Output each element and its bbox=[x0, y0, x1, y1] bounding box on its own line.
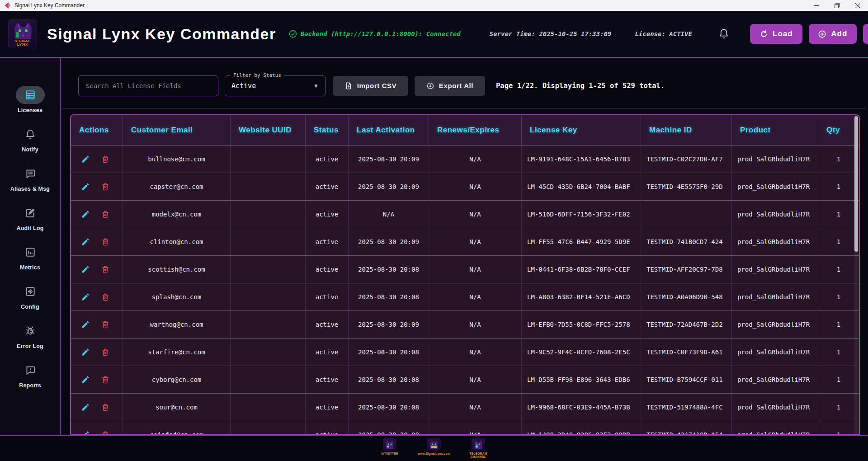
column-header[interactable]: Qty bbox=[818, 115, 859, 145]
sidebar-item-error-log[interactable]: Error Log bbox=[0, 322, 60, 349]
toolbar-divider bbox=[63, 108, 865, 108]
export-all-button[interactable]: Export All bbox=[415, 76, 485, 96]
cell-last-activation: 2025-08-30 20:09 bbox=[349, 228, 429, 255]
cell-renews-expires: N/A bbox=[429, 394, 522, 421]
cell-renews-expires: N/A bbox=[429, 173, 522, 200]
edit-icon[interactable] bbox=[81, 403, 90, 412]
actions-cell bbox=[71, 421, 123, 435]
delete-icon[interactable] bbox=[101, 320, 110, 329]
edit-icon[interactable] bbox=[81, 182, 90, 191]
cell-website-uuid bbox=[231, 146, 306, 173]
footer-link-twitter[interactable]: X X/TWITTER bbox=[376, 438, 403, 455]
logo-text: SIGNAL LYNX bbox=[9, 39, 37, 48]
delete-icon[interactable] bbox=[101, 348, 110, 357]
edit-icon[interactable] bbox=[81, 265, 90, 274]
edit-icon[interactable] bbox=[81, 237, 90, 246]
cell-machine-id: TESTMID-5197488A-4FC bbox=[641, 394, 732, 421]
add-button[interactable]: Add bbox=[809, 24, 857, 44]
cell-machine-id: TESTMID-AFF20C97-7D8 bbox=[641, 256, 732, 283]
column-header[interactable]: Website UUID bbox=[231, 115, 306, 145]
edit-icon[interactable] bbox=[81, 348, 90, 357]
sidebar-item-metrics[interactable]: Metrics bbox=[0, 243, 60, 271]
sidebar-item-label: Config bbox=[21, 304, 39, 310]
sidebar-item-label: Metrics bbox=[20, 264, 40, 271]
cell-status: active bbox=[306, 146, 349, 173]
import-csv-button[interactable]: Import CSV bbox=[333, 76, 408, 96]
footer-link-telegram[interactable]: TELEGRAM CHANNEL bbox=[465, 438, 492, 458]
delete-icon[interactable] bbox=[101, 155, 110, 164]
load-button[interactable]: Load bbox=[750, 24, 802, 44]
table-toolbar: Filter by Status Active ▼ Import CSV Exp… bbox=[61, 58, 868, 100]
footer-link-website[interactable]: www.SignalLynx.com bbox=[420, 438, 448, 455]
column-header[interactable]: Last Activation bbox=[349, 115, 429, 145]
column-header[interactable]: Customer Email bbox=[123, 115, 231, 145]
cell-last-activation: 2025-08-30 20:08 bbox=[349, 256, 429, 283]
cell-machine-id: TESTMID-C02C27D0-AF7 bbox=[641, 146, 732, 173]
cell-machine-id: TESTMID-C0F73F9D-A61 bbox=[641, 339, 732, 366]
cell-license-key: LM-A803-6382-BF14-521E-A6CD bbox=[522, 283, 641, 310]
delete-icon[interactable] bbox=[101, 210, 110, 219]
cell-website-uuid bbox=[231, 311, 306, 338]
footer: X X/TWITTER www.SignalLynx.com TELEGRAM … bbox=[0, 436, 868, 460]
cell-customer-email: bullnose@cn.com bbox=[123, 146, 231, 173]
device-scan-button[interactable] bbox=[863, 24, 868, 44]
delete-icon[interactable] bbox=[101, 292, 110, 301]
delete-icon[interactable] bbox=[101, 375, 110, 384]
cell-customer-email: clinton@cn.com bbox=[123, 228, 231, 255]
delete-icon[interactable] bbox=[101, 182, 110, 191]
edit-icon[interactable] bbox=[81, 155, 90, 164]
cell-last-activation: 2025-08-30 20:08 bbox=[349, 421, 429, 435]
cell-website-uuid bbox=[231, 283, 306, 310]
edit-icon[interactable] bbox=[81, 375, 90, 384]
cell-machine-id: TESTMID-741B0CD7-424 bbox=[641, 228, 732, 255]
column-header[interactable]: Actions bbox=[71, 115, 123, 145]
note-pencil-icon bbox=[24, 207, 36, 219]
status-filter-select[interactable]: Filter by Status Active ▼ bbox=[225, 75, 326, 96]
delete-icon[interactable] bbox=[101, 430, 110, 435]
delete-icon[interactable] bbox=[101, 403, 110, 412]
cell-qty: 1 bbox=[818, 173, 859, 200]
table-row: coinfed@cn.com active 2025-08-30 20:08 N… bbox=[71, 421, 859, 435]
cell-qty: 1 bbox=[818, 421, 859, 435]
sidebar-item-config[interactable]: Config bbox=[0, 282, 60, 310]
delete-icon[interactable] bbox=[101, 237, 110, 246]
sidebar-item-label: Audit Log bbox=[16, 225, 43, 231]
edit-icon[interactable] bbox=[81, 210, 90, 219]
notifications-bell[interactable] bbox=[718, 28, 729, 40]
scrollbar-thumb[interactable] bbox=[854, 116, 858, 252]
cell-website-uuid bbox=[231, 201, 306, 228]
column-header[interactable]: Machine ID bbox=[641, 115, 732, 145]
column-header[interactable]: Renews/Expires bbox=[429, 115, 522, 145]
search-input[interactable] bbox=[78, 75, 218, 96]
maximize-button[interactable] bbox=[826, 0, 847, 11]
cell-license-key: LM-FF55-47C6-B447-4929-5D9E bbox=[522, 228, 641, 255]
sidebar: Licenses Notify Aliases & Msg Audit Log bbox=[0, 58, 61, 435]
edit-icon[interactable] bbox=[81, 430, 90, 435]
cell-machine-id: TESTMID-A0A06D90-548 bbox=[641, 283, 732, 310]
sidebar-item-reports[interactable]: Reports bbox=[0, 361, 60, 389]
license-status: License: ACTIVE bbox=[635, 30, 692, 38]
cell-website-uuid bbox=[231, 366, 306, 393]
delete-icon[interactable] bbox=[101, 265, 110, 274]
sidebar-item-aliases-msg[interactable]: Aliases & Msg bbox=[0, 165, 60, 192]
app-logo: SIGNAL LYNX bbox=[8, 19, 37, 48]
edit-icon[interactable] bbox=[81, 292, 90, 301]
cell-license-key: LM-D55B-FF98-E896-3643-EDB6 bbox=[522, 366, 641, 393]
close-button[interactable] bbox=[847, 0, 868, 11]
cell-website-uuid bbox=[231, 228, 306, 255]
sidebar-item-notify[interactable]: Notify bbox=[0, 125, 60, 153]
column-header[interactable]: Product bbox=[732, 115, 818, 145]
sidebar-item-audit-log[interactable]: Audit Log bbox=[0, 204, 60, 231]
cell-product: prod_SalGRbdudliH7R bbox=[732, 311, 818, 338]
column-header[interactable]: License Key bbox=[522, 115, 641, 145]
sidebar-item-label: Error Log bbox=[17, 343, 43, 349]
minimize-button[interactable] bbox=[806, 0, 826, 11]
sidebar-item-licenses[interactable]: Licenses bbox=[0, 86, 60, 113]
cell-renews-expires: N/A bbox=[429, 311, 522, 338]
cell-renews-expires: N/A bbox=[429, 146, 522, 173]
column-header[interactable]: Status bbox=[306, 115, 349, 145]
backend-status: Backend (http://127.0.0.1:8000): Connect… bbox=[289, 30, 461, 38]
edit-icon[interactable] bbox=[81, 320, 90, 329]
cell-machine-id bbox=[641, 201, 732, 228]
table-scrollbar[interactable] bbox=[854, 116, 859, 435]
